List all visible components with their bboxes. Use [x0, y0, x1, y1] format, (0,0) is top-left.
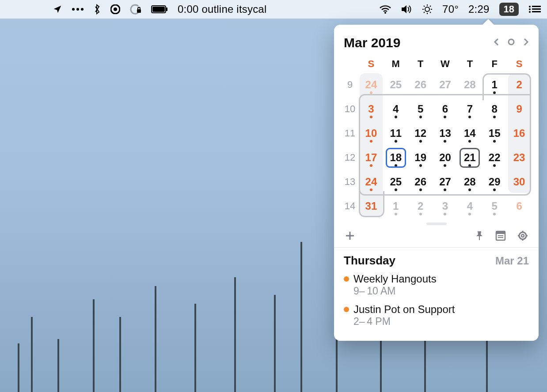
itsycal-menubar-date[interactable]: 18 [499, 3, 519, 16]
calendar-day[interactable]: 25 [384, 170, 408, 194]
selected-day-date: Mar 21 [495, 255, 529, 267]
svg-point-10 [425, 7, 429, 11]
calendar-day[interactable]: 28 [457, 170, 482, 194]
day-of-week-header: S M T W T F S [341, 57, 532, 72]
open-calendar-button[interactable] [495, 230, 506, 241]
calendar-day[interactable]: 8 [482, 97, 507, 121]
dow-fri: F [482, 58, 507, 70]
clock-text[interactable]: 2:29 [468, 3, 490, 15]
svg-line-16 [430, 12, 431, 13]
svg-line-17 [424, 12, 425, 13]
bluetooth-icon[interactable] [94, 4, 101, 15]
preferences-button[interactable] [517, 230, 528, 241]
dow-mon: M [384, 58, 408, 70]
event-time: 2– 4 PM [344, 316, 529, 328]
resize-handle[interactable] [426, 222, 447, 225]
calendar-day[interactable]: 31 [359, 194, 384, 218]
next-month-button[interactable] [523, 38, 529, 48]
svg-point-9 [384, 12, 386, 14]
calendar-day[interactable]: 9 [507, 97, 532, 121]
svg-rect-22 [532, 8, 541, 10]
itsycal-popover: Mar 2019 S M T W T F S 92425262728121034… [334, 25, 539, 341]
brightness-icon[interactable] [422, 4, 433, 15]
event-title: Weekly Hangouts [353, 273, 437, 285]
prev-month-button[interactable] [494, 38, 500, 48]
calendar-day[interactable]: 2 [408, 194, 433, 218]
calendar-day[interactable]: 13 [433, 121, 458, 145]
event-item[interactable]: Weekly Hangouts9– 10 AM [341, 271, 532, 302]
calendar-day[interactable]: 22 [482, 145, 507, 170]
calendar-day[interactable]: 15 [482, 121, 507, 145]
temperature-text[interactable]: 70° [442, 3, 459, 15]
event-time: 9– 10 AM [344, 285, 529, 297]
calendar-day[interactable]: 24 [359, 170, 384, 194]
selected-day-name: Thursday [344, 254, 395, 268]
svg-line-18 [430, 6, 431, 7]
event-color-dot [344, 307, 349, 312]
more-icon[interactable] [72, 7, 84, 11]
event-color-dot [344, 276, 349, 282]
svg-point-25 [509, 39, 514, 45]
calendar-day[interactable]: 21 [457, 145, 482, 170]
nowplaying-text[interactable]: 0:00 outline itsycal [178, 3, 266, 15]
svg-rect-5 [137, 9, 141, 13]
calendar-day[interactable]: 6 [433, 97, 458, 121]
calendar-day[interactable]: 27 [433, 170, 458, 194]
sync-lock-icon[interactable] [130, 4, 141, 15]
calendar-day[interactable]: 16 [507, 121, 532, 145]
calendar-day[interactable]: 24 [359, 72, 384, 97]
record-icon[interactable] [110, 4, 120, 14]
calendar-day[interactable]: 12 [408, 121, 433, 145]
event-title: Justin Pot on Support [353, 303, 455, 316]
battery-icon[interactable] [151, 5, 168, 13]
calendar-day[interactable]: 25 [384, 72, 408, 97]
calendar-day[interactable]: 5 [408, 97, 433, 121]
svg-rect-20 [532, 6, 541, 7]
calendar-day[interactable]: 27 [433, 72, 458, 97]
svg-point-21 [529, 8, 531, 10]
today-button[interactable] [508, 38, 515, 47]
dow-sat: S [507, 58, 532, 70]
svg-point-23 [529, 11, 531, 13]
calendar-day[interactable]: 1 [384, 194, 408, 218]
calendar-day[interactable]: 29 [482, 170, 507, 194]
pin-button[interactable] [475, 230, 484, 241]
calendar-day[interactable]: 19 [408, 145, 433, 170]
add-event-button[interactable] [345, 230, 355, 241]
calendar-day[interactable]: 10 [359, 121, 384, 145]
list-menu-icon[interactable] [528, 5, 541, 13]
svg-point-31 [521, 234, 524, 237]
calendar-day[interactable]: 4 [457, 194, 482, 218]
svg-point-0 [72, 8, 75, 11]
calendar-day[interactable]: 23 [507, 145, 532, 170]
calendar-day[interactable]: 17 [359, 145, 384, 170]
svg-rect-27 [496, 231, 505, 234]
volume-icon[interactable] [401, 5, 412, 14]
calendar-day[interactable]: 20 [433, 145, 458, 170]
calendar-day[interactable]: 1 [482, 72, 507, 97]
dow-sun: S [359, 58, 384, 70]
week-number: 13 [341, 176, 359, 188]
dow-wed: W [433, 58, 458, 70]
svg-point-30 [519, 232, 526, 239]
calendar-day[interactable]: 4 [384, 97, 408, 121]
wifi-icon[interactable] [380, 5, 391, 14]
calendar-day[interactable]: 18 [384, 145, 408, 170]
calendar-day[interactable]: 5 [482, 194, 507, 218]
calendar-day[interactable]: 6 [507, 194, 532, 218]
calendar-day[interactable]: 14 [457, 121, 482, 145]
calendar-day[interactable]: 2 [507, 72, 532, 97]
calendar-day[interactable]: 3 [359, 97, 384, 121]
location-icon[interactable] [53, 5, 62, 14]
calendar-day[interactable]: 7 [457, 97, 482, 121]
week-number: 14 [341, 200, 359, 212]
event-item[interactable]: Justin Pot on Support2– 4 PM [341, 302, 532, 332]
svg-point-2 [81, 8, 84, 11]
calendar-day[interactable]: 26 [408, 170, 433, 194]
calendar-day[interactable]: 30 [507, 170, 532, 194]
week-number: 9 [341, 79, 359, 90]
calendar-day[interactable]: 26 [408, 72, 433, 97]
calendar-day[interactable]: 11 [384, 121, 408, 145]
calendar-day[interactable]: 28 [457, 72, 482, 97]
calendar-day[interactable]: 3 [433, 194, 458, 218]
